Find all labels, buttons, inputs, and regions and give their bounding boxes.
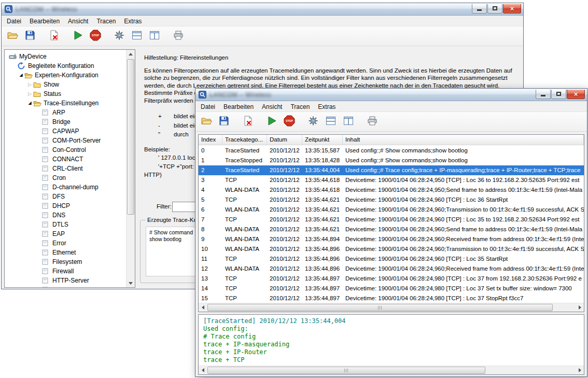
open-button[interactable] — [198, 114, 215, 130]
tree-item-http-server[interactable]: HTTP-Server — [5, 276, 135, 285]
menu-item-tracen[interactable]: Tracen — [286, 101, 314, 111]
start-trace-button[interactable] — [69, 29, 86, 44]
table-hscrollbar[interactable] — [199, 303, 584, 312]
open-button[interactable] — [4, 29, 21, 44]
tree-item-crl-client[interactable]: CRL-Client — [5, 164, 135, 173]
table-row[interactable]: 11TCP2010/12/1213:35:44,896Devicetime: 1… — [199, 254, 584, 264]
table-row[interactable]: 12WLAN-DATA2010/12/1213:35:44,896Devicet… — [199, 264, 584, 274]
column-header-content[interactable]: Inhalt — [343, 135, 584, 145]
table-row[interactable]: 5TCP2010/12/1213:35:44,621Devicetime: 19… — [199, 195, 584, 205]
tree-scrollbar[interactable] — [126, 50, 135, 287]
menu-item-ansicht[interactable]: Ansicht — [64, 16, 92, 26]
tree-item-filesystem[interactable]: Filesystem — [5, 257, 135, 267]
tree-item-ethernet[interactable]: Ethernet — [5, 248, 135, 257]
tree-item-dns[interactable]: DNS — [5, 211, 135, 220]
stop-trace-button[interactable]: STOP — [281, 114, 298, 130]
menu-item-ansicht[interactable]: Ansicht — [258, 101, 286, 111]
delete-trace-button[interactable] — [46, 29, 62, 44]
column-header-date[interactable]: Datum — [267, 135, 302, 145]
column-header-category[interactable]: Tracekatego... — [222, 135, 267, 145]
table-row[interactable]: 13TCP2010/12/1213:35:44,897Devicetime: 1… — [199, 274, 584, 284]
tree-item-bridge[interactable]: Bridge — [5, 117, 135, 127]
table-row[interactable]: 15TCP2010/12/1213:35:44,897Devicetime: 1… — [199, 293, 584, 303]
tree-item-capwap[interactable]: CAPWAP — [5, 127, 135, 136]
menu-item-bearbeiten[interactable]: Bearbeiten — [25, 16, 64, 26]
tree-item-trace-einstellungen[interactable]: ◢Trace-Einstellungen — [5, 99, 135, 108]
split-horizontal-button[interactable] — [323, 114, 339, 130]
expand-expander-icon[interactable]: ▷ — [26, 91, 33, 96]
detail-hscrollbar[interactable] — [199, 366, 584, 374]
save-button[interactable] — [22, 29, 38, 44]
table-row[interactable]: 8WLAN-DATA2010/12/1213:35:44,621Deviceti… — [199, 225, 584, 234]
tree-item-arp[interactable]: ARP — [5, 108, 135, 117]
settings-button[interactable] — [305, 114, 321, 130]
table-row[interactable]: 10WLAN-DATA2010/12/1213:35:44,896Devicet… — [199, 244, 584, 254]
scroll-right-button[interactable] — [576, 366, 584, 374]
minimize-button[interactable] — [472, 4, 487, 13]
settings-button[interactable] — [111, 29, 128, 44]
menu-item-datei[interactable]: Datei — [3, 16, 25, 26]
table-row[interactable]: 6WLAN-DATA2010/12/1213:35:44,621Deviceti… — [199, 205, 584, 215]
table-row[interactable]: 2TraceStarted2010/12/1213:35:44,004Used … — [199, 165, 584, 175]
tree-item-connact[interactable]: CONNACT — [5, 155, 135, 164]
table-row[interactable]: 4WLAN-DATA2010/12/1213:35:44,618Deviceti… — [199, 185, 584, 195]
column-header-index[interactable]: Index — [199, 135, 222, 145]
menu-item-extras[interactable]: Extras — [120, 16, 146, 26]
tree-item-status[interactable]: ▷Status — [5, 89, 135, 99]
tree-item-con-control[interactable]: Con-Control — [5, 145, 135, 155]
tree-item-eap[interactable]: EAP — [5, 229, 135, 239]
tree-item-iapp[interactable]: IAPP — [5, 285, 135, 288]
tree-item-firewall[interactable]: Firewall — [5, 267, 135, 276]
cell-content: Used config:;# Trace config;trace + IP-m… — [343, 165, 584, 175]
scroll-thumb[interactable] — [207, 304, 553, 311]
tree-item-dtls[interactable]: DTLS — [5, 220, 135, 229]
table-row[interactable]: 3TCP2010/12/1213:35:44,618Devicetime: 19… — [199, 175, 584, 185]
start-trace-button[interactable] — [263, 114, 280, 130]
table-row[interactable]: 9WLAN-DATA2010/12/1213:35:44,894Deviceti… — [199, 234, 584, 244]
minimize-button[interactable] — [536, 90, 551, 99]
tree-item-show[interactable]: ▷Show — [5, 80, 135, 89]
delete-trace-button[interactable] — [240, 114, 256, 130]
scroll-up-button[interactable] — [127, 50, 135, 58]
tree-item-error[interactable]: Error — [5, 239, 135, 248]
table-row[interactable]: 14TCP2010/12/1213:35:44,897Devicetime: 1… — [199, 284, 584, 293]
tree-item-dfs[interactable]: DFS — [5, 192, 135, 201]
print-button[interactable] — [364, 114, 381, 130]
table-row[interactable]: 0TraceStarted2010/12/1213:35:15,587Used … — [199, 146, 584, 156]
scroll-thumb[interactable] — [207, 367, 485, 374]
scroll-thumb[interactable] — [127, 59, 134, 215]
tree-item-com-port-server[interactable]: COM-Port-Server — [5, 136, 135, 145]
expand-expander-icon[interactable]: ▷ — [26, 82, 33, 87]
close-button[interactable]: × — [503, 4, 521, 13]
tree-item-experten-konfiguration[interactable]: ◢Experten-Konfiguration — [5, 71, 135, 80]
tree-item-dhcp[interactable]: DHCP — [5, 201, 135, 211]
fg-titlebar[interactable]: LANCOM – Wireless × — [195, 89, 587, 101]
tree-item-mydevice[interactable]: MyDevice — [5, 52, 135, 61]
menu-item-extras[interactable]: Extras — [314, 101, 340, 111]
stop-trace-button[interactable]: STOP — [87, 29, 104, 44]
table-row[interactable]: 1TraceStopped2010/12/1213:35:18,428Used … — [199, 156, 584, 165]
table-row[interactable]: 7TCP2010/12/1213:35:44,621Devicetime: 19… — [199, 215, 584, 225]
scroll-right-button[interactable] — [576, 303, 584, 312]
close-button[interactable]: × — [567, 90, 585, 99]
split-horizontal-button[interactable] — [129, 29, 145, 44]
save-button[interactable] — [216, 114, 232, 130]
collapse-expander-icon[interactable]: ◢ — [26, 101, 33, 106]
scroll-down-button[interactable] — [127, 279, 135, 287]
tree-item-cron[interactable]: Cron — [5, 173, 135, 183]
print-button[interactable] — [170, 29, 187, 44]
scroll-left-button[interactable] — [199, 303, 207, 312]
maximize-button[interactable] — [487, 4, 502, 13]
scroll-left-button[interactable] — [199, 366, 207, 374]
menu-item-tracen[interactable]: Tracen — [92, 16, 120, 26]
split-vertical-button[interactable] — [340, 114, 357, 130]
collapse-expander-icon[interactable]: ◢ — [18, 73, 24, 78]
menu-item-bearbeiten[interactable]: Bearbeiten — [219, 101, 258, 111]
maximize-button[interactable] — [551, 90, 566, 99]
split-vertical-button[interactable] — [146, 29, 163, 44]
tree-item-d-channel-dump[interactable]: D-channel-dump — [5, 183, 135, 192]
tree-item-begleitete-konfiguration[interactable]: Begleitete Konfiguration — [5, 61, 135, 71]
column-header-time[interactable]: Zeitpunkt — [302, 135, 343, 145]
bg-titlebar[interactable]: LANCOM – Wireless × — [2, 3, 523, 16]
menu-item-datei[interactable]: Datei — [197, 101, 219, 111]
